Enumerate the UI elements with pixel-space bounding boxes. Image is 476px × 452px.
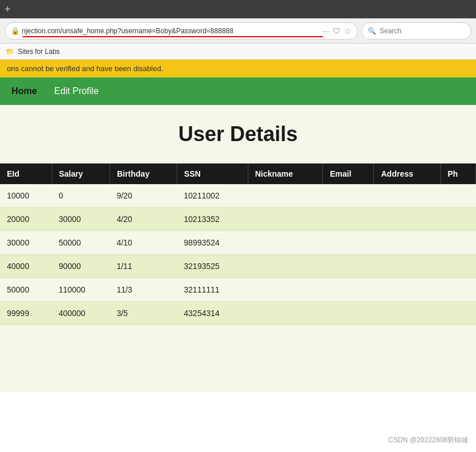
- cell-salary: 400000: [52, 302, 110, 325]
- col-eid: EId: [0, 163, 52, 184]
- cell-eid: 20000: [0, 208, 52, 231]
- cell-phone: [440, 231, 475, 255]
- cell-birthday: 4/10: [110, 231, 177, 255]
- cell-address: [374, 208, 440, 231]
- cell-birthday: 11/3: [110, 278, 177, 302]
- search-input[interactable]: [380, 27, 448, 35]
- lock-icon: 🔒: [11, 27, 19, 35]
- cell-nickname: [248, 231, 323, 255]
- cell-email: [323, 255, 374, 278]
- folder-icon: 📁: [6, 48, 14, 56]
- more-icon[interactable]: ···: [322, 26, 329, 36]
- col-address: Address: [374, 163, 440, 184]
- table-row: 5000011000011/332111111: [0, 278, 476, 302]
- cell-birthday: 3/5: [110, 302, 177, 325]
- cell-birthday: 1/11: [110, 255, 177, 278]
- cell-nickname: [248, 208, 323, 231]
- cell-ssn: 43254314: [177, 302, 248, 325]
- table-row: 30000500004/1098993524: [0, 231, 476, 255]
- warning-bar: ons cannot be verified and have been dis…: [0, 60, 476, 77]
- col-salary: Salary: [52, 163, 110, 184]
- table-row: 20000300004/2010213352: [0, 208, 476, 231]
- cell-email: [323, 302, 374, 325]
- new-tab-button[interactable]: +: [5, 3, 11, 15]
- nav-edit-profile[interactable]: Edit Profile: [54, 84, 98, 99]
- cell-nickname: [248, 278, 323, 302]
- col-nickname: Nickname: [248, 163, 323, 184]
- nav-bar: Home Edit Profile: [0, 77, 476, 105]
- table-row: 1000009/2010211002: [0, 184, 476, 208]
- cell-eid: 99999: [0, 302, 52, 325]
- url-bar[interactable]: 🔒 ··· 🛡 ☆: [5, 22, 358, 40]
- star-icon[interactable]: ☆: [344, 26, 352, 36]
- search-bar[interactable]: 🔍: [361, 22, 471, 40]
- cell-eid: 40000: [0, 255, 52, 278]
- cell-phone: [440, 184, 475, 208]
- cell-email: [323, 278, 374, 302]
- table-row: 40000900001/1132193525: [0, 255, 476, 278]
- search-icon: 🔍: [368, 27, 376, 35]
- cell-ssn: 98993524: [177, 231, 248, 255]
- cell-phone: [440, 255, 475, 278]
- shield-icon[interactable]: 🛡: [333, 26, 341, 36]
- cell-birthday: 4/20: [110, 208, 177, 231]
- table-row: 999994000003/543254314: [0, 302, 476, 325]
- cell-birthday: 9/20: [110, 184, 177, 208]
- browser-toolbar: 🔒 ··· 🛡 ☆ 🔍: [0, 18, 476, 44]
- cell-ssn: 10211002: [177, 184, 248, 208]
- col-email: Email: [323, 163, 374, 184]
- url-bar-icons: ··· 🛡 ☆: [322, 26, 352, 36]
- cell-eid: 10000: [0, 184, 52, 208]
- warning-text: ons cannot be verified and have been dis…: [7, 64, 163, 73]
- cell-email: [323, 184, 374, 208]
- cell-phone: [440, 208, 475, 231]
- nav-home[interactable]: Home: [11, 84, 37, 99]
- cell-address: [374, 184, 440, 208]
- cell-nickname: [248, 184, 323, 208]
- cell-salary: 50000: [52, 231, 110, 255]
- cell-email: [323, 231, 374, 255]
- cell-ssn: 32193525: [177, 255, 248, 278]
- col-ssn: SSN: [177, 163, 248, 184]
- url-underline: [22, 36, 323, 37]
- cell-nickname: [248, 302, 323, 325]
- url-input[interactable]: [22, 27, 322, 35]
- cell-address: [374, 255, 440, 278]
- table-header-row: EId Salary Birthday SSN Nickname Email A…: [0, 163, 476, 184]
- cell-phone: [440, 278, 475, 302]
- cell-salary: 110000: [52, 278, 110, 302]
- cell-ssn: 10213352: [177, 208, 248, 231]
- col-phone: Ph: [440, 163, 475, 184]
- cell-address: [374, 278, 440, 302]
- page-title: User Details: [0, 122, 476, 146]
- cell-phone: [440, 302, 475, 325]
- cell-salary: 0: [52, 184, 110, 208]
- cell-address: [374, 302, 440, 325]
- cell-salary: 90000: [52, 255, 110, 278]
- cell-eid: 50000: [0, 278, 52, 302]
- browser-titlebar: +: [0, 0, 476, 18]
- data-table: EId Salary Birthday SSN Nickname Email A…: [0, 163, 476, 325]
- cell-salary: 30000: [52, 208, 110, 231]
- cell-ssn: 32111111: [177, 278, 248, 302]
- cell-email: [323, 208, 374, 231]
- bookmarks-bar: 📁 Sites for Labs: [0, 44, 476, 60]
- bookmark-label[interactable]: Sites for Labs: [18, 48, 60, 56]
- cell-eid: 30000: [0, 231, 52, 255]
- col-birthday: Birthday: [110, 163, 177, 184]
- cell-nickname: [248, 255, 323, 278]
- cell-address: [374, 231, 440, 255]
- page-content: User Details EId Salary Birthday SSN Nic…: [0, 105, 476, 392]
